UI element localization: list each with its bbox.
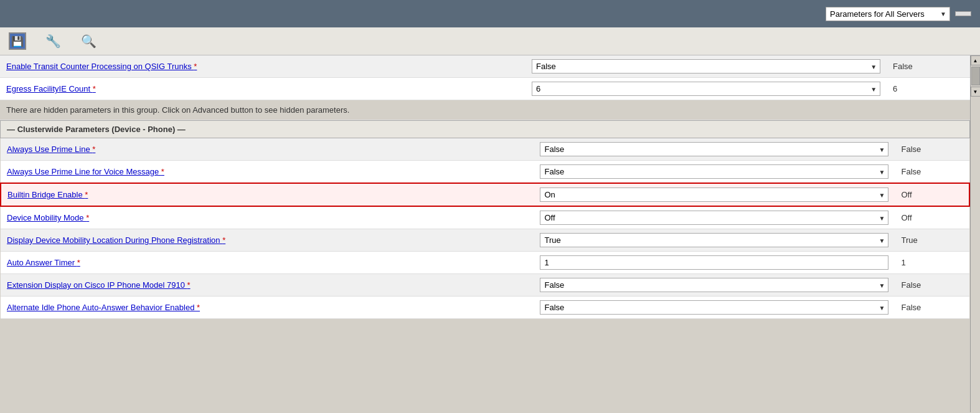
always-use-prime-line-link[interactable]: Always Use Prime Line *: [7, 145, 95, 154]
extension-display-cisco-default: False: [895, 274, 969, 297]
advanced-button[interactable]: 🔍: [77, 31, 103, 51]
save-button[interactable]: 💾: [6, 31, 32, 51]
egress-facilityie-default: 6: [887, 78, 970, 100]
related-links-select-wrapper[interactable]: Parameters for All Servers: [826, 7, 950, 21]
hidden-params-notice: There are hidden parameters in this grou…: [6, 105, 349, 115]
extension-display-cisco-link[interactable]: Extension Display on Cisco IP Phone Mode…: [7, 280, 191, 290]
table-row: Always Use Prime Line *TrueFalseFalse: [1, 138, 969, 161]
table-row: Display Device Mobility Location During …: [1, 229, 969, 252]
table-row: Enable Transit Counter Processing on QSI…: [0, 55, 970, 78]
header-right: Parameters for All Servers: [821, 7, 971, 21]
display-device-mobility-default: True: [895, 229, 969, 252]
toolbar: 💾 🔧 🔍: [0, 27, 980, 55]
egress-facilityie-select-wrapper[interactable]: 6 1 2 3 4 5: [532, 82, 880, 96]
advanced-icon: 🔍: [80, 32, 97, 50]
table-row: Auto Answer Timer *1: [1, 252, 969, 274]
enable-transit-counter-select[interactable]: False True: [532, 59, 880, 74]
table-row: Egress FacilityIE Count * 6 1 2 3 4 5: [0, 78, 970, 100]
header: Parameters for All Servers: [0, 0, 980, 27]
always-use-prime-line-voice-default: False: [895, 161, 969, 184]
table-row: Always Use Prime Line for Voice Message …: [1, 161, 969, 184]
scroll-area: Enable Transit Counter Processing on QSI…: [0, 55, 980, 412]
egress-facilityie-select[interactable]: 6 1 2 3 4 5: [532, 82, 880, 96]
always-use-prime-line-select-wrapper[interactable]: TrueFalse: [540, 142, 888, 156]
table-row: Device Mobility Mode *OnOffOff: [1, 206, 969, 229]
builtin-bridge-enable-select-wrapper[interactable]: OnOff: [540, 188, 888, 202]
device-mobility-mode-select[interactable]: OnOff: [540, 211, 888, 225]
save-icon: 💾: [9, 32, 26, 50]
extension-display-cisco-select[interactable]: TrueFalse: [540, 278, 888, 292]
enable-transit-counter-select-wrapper[interactable]: False True: [532, 59, 880, 74]
builtin-bridge-enable-select[interactable]: OnOff: [540, 188, 888, 202]
content-area: Enable Transit Counter Processing on QSI…: [0, 55, 970, 412]
table-row: Extension Display on Cisco IP Phone Mode…: [1, 274, 969, 297]
clusterwide-section-header: — Clusterwide Parameters (Device - Phone…: [0, 120, 970, 138]
always-use-prime-line-select[interactable]: TrueFalse: [540, 142, 888, 156]
scrollbar[interactable]: ▲ ▼: [970, 55, 980, 412]
always-use-prime-line-voice-link[interactable]: Always Use Prime Line for Voice Message …: [7, 167, 164, 176]
display-device-mobility-select-wrapper[interactable]: TrueFalse: [540, 233, 888, 247]
scroll-down-button[interactable]: ▼: [971, 87, 981, 97]
related-links-select[interactable]: Parameters for All Servers: [826, 7, 950, 21]
builtin-bridge-enable-link[interactable]: Builtin Bridge Enable *: [7, 190, 88, 199]
auto-answer-timer-link[interactable]: Auto Answer Timer *: [7, 258, 80, 267]
device-mobility-mode-default: Off: [895, 206, 969, 229]
scrollbar-thumb[interactable]: [971, 67, 980, 85]
always-use-prime-line-default: False: [895, 138, 969, 161]
clusterwide-params-table: Always Use Prime Line *TrueFalseFalseAlw…: [0, 138, 970, 319]
display-device-mobility-select[interactable]: TrueFalse: [540, 233, 888, 247]
alternate-idle-phone-link[interactable]: Alternate Idle Phone Auto-Answer Behavio…: [7, 303, 200, 312]
hidden-params-notice-row: There are hidden parameters in this grou…: [0, 100, 970, 120]
auto-answer-timer-default: 1: [895, 252, 969, 274]
display-device-mobility-link[interactable]: Display Device Mobility Location During …: [7, 235, 225, 245]
enable-transit-counter-default: False: [887, 55, 970, 78]
alternate-idle-phone-default: False: [895, 297, 969, 319]
table-row: Builtin Bridge Enable *OnOffOff: [1, 183, 969, 206]
set-to-default-icon: 🔧: [44, 32, 62, 50]
set-to-default-button[interactable]: 🔧: [42, 31, 67, 51]
device-mobility-mode-link[interactable]: Device Mobility Mode *: [7, 213, 89, 222]
always-use-prime-line-voice-select-wrapper[interactable]: TrueFalse: [540, 164, 888, 179]
alternate-idle-phone-select[interactable]: TrueFalse: [540, 300, 888, 315]
scroll-up-button[interactable]: ▲: [971, 55, 981, 65]
extension-display-cisco-select-wrapper[interactable]: TrueFalse: [540, 278, 888, 292]
egress-facilityie-link[interactable]: Egress FacilityIE Count *: [6, 84, 96, 93]
table-row: Alternate Idle Phone Auto-Answer Behavio…: [1, 297, 969, 319]
go-button[interactable]: [955, 11, 971, 16]
enable-transit-counter-link[interactable]: Enable Transit Counter Processing on QSI…: [6, 62, 197, 71]
top-params-table: Enable Transit Counter Processing on QSI…: [0, 55, 970, 120]
alternate-idle-phone-select-wrapper[interactable]: TrueFalse: [540, 300, 888, 315]
auto-answer-timer-input[interactable]: [540, 255, 888, 270]
always-use-prime-line-voice-select[interactable]: TrueFalse: [540, 164, 888, 179]
builtin-bridge-enable-default: Off: [895, 183, 969, 206]
device-mobility-mode-select-wrapper[interactable]: OnOff: [540, 211, 888, 225]
